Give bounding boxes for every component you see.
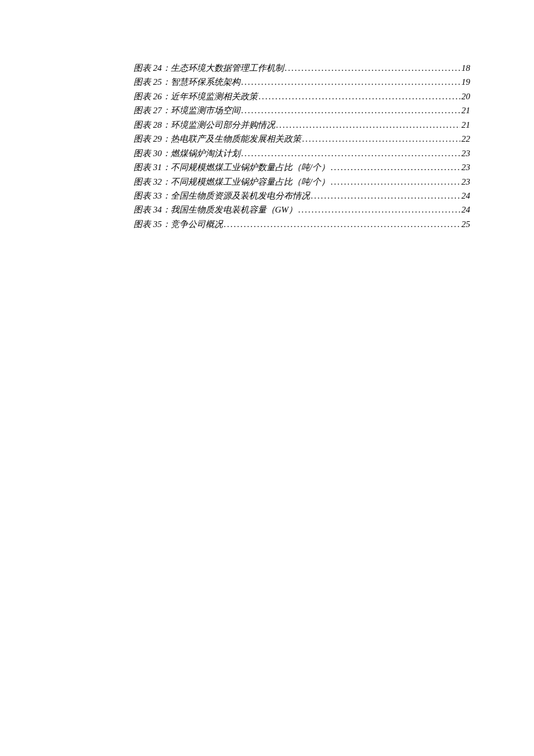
toc-label: 图表 30：燃煤锅炉淘汰计划 [134, 146, 240, 160]
toc-label: 图表 31：不同规模燃煤工业锅炉数量占比（吨/个） [134, 160, 330, 174]
toc-page: 21 [461, 118, 470, 132]
toc-entry: 图表 26：近年环境监测相关政策 20 [134, 89, 470, 103]
toc-label: 图表 25：智慧环保系统架构 [134, 75, 240, 89]
toc-dots [331, 175, 460, 189]
toc-entry: 图表 24：生态环境大数据管理工作机制 18 [134, 61, 470, 75]
toc-entry: 图表 32：不同规模燃煤工业锅炉容量占比（吨/个） 23 [134, 175, 470, 189]
toc-dots [276, 118, 460, 132]
toc-dots [259, 89, 460, 103]
toc-page: 20 [461, 89, 470, 103]
toc-page: 24 [461, 203, 470, 217]
toc-entry: 图表 30：燃煤锅炉淘汰计划 23 [134, 146, 470, 160]
toc-label: 图表 35：竞争公司概况 [134, 217, 223, 231]
toc-label: 图表 29：热电联产及生物质能发展相关政策 [134, 132, 301, 146]
toc-dots [331, 160, 460, 174]
toc-page: 25 [461, 217, 470, 231]
toc-entry: 图表 29：热电联产及生物质能发展相关政策 22 [134, 132, 470, 146]
toc-label: 图表 24：生态环境大数据管理工作机制 [134, 61, 284, 75]
toc-label: 图表 27：环境监测市场空间 [134, 103, 240, 117]
table-of-contents: 图表 24：生态环境大数据管理工作机制 18 图表 25：智慧环保系统架构 19… [134, 61, 470, 231]
toc-dots [285, 61, 460, 75]
toc-label: 图表 34：我国生物质发电装机容量（GW） [134, 203, 297, 217]
toc-page: 24 [461, 189, 470, 203]
toc-entry: 图表 31：不同规模燃煤工业锅炉数量占比（吨/个） 23 [134, 160, 470, 174]
toc-dots [311, 189, 460, 203]
toc-entry: 图表 25：智慧环保系统架构 19 [134, 75, 470, 89]
toc-dots [298, 203, 460, 217]
toc-dots [241, 146, 460, 160]
toc-entry: 图表 33：全国生物质资源及装机发电分布情况 24 [134, 189, 470, 203]
toc-page: 23 [461, 175, 470, 189]
toc-page: 23 [461, 160, 470, 174]
toc-dots [224, 217, 460, 231]
toc-page: 22 [461, 132, 470, 146]
toc-entry: 图表 27：环境监测市场空间 21 [134, 103, 470, 117]
toc-label: 图表 32：不同规模燃煤工业锅炉容量占比（吨/个） [134, 175, 330, 189]
toc-dots [241, 103, 460, 117]
toc-page: 21 [461, 103, 470, 117]
toc-dots [241, 75, 460, 89]
toc-entry: 图表 35：竞争公司概况 25 [134, 217, 470, 231]
toc-entry: 图表 34：我国生物质发电装机容量（GW） 24 [134, 203, 470, 217]
toc-page: 23 [461, 146, 470, 160]
toc-entry: 图表 28：环境监测公司部分并购情况 21 [134, 118, 470, 132]
toc-page: 19 [461, 75, 470, 89]
toc-label: 图表 26：近年环境监测相关政策 [134, 89, 258, 103]
toc-label: 图表 33：全国生物质资源及装机发电分布情况 [134, 189, 310, 203]
toc-dots [302, 132, 460, 146]
toc-label: 图表 28：环境监测公司部分并购情况 [134, 118, 275, 132]
toc-page: 18 [461, 61, 470, 75]
